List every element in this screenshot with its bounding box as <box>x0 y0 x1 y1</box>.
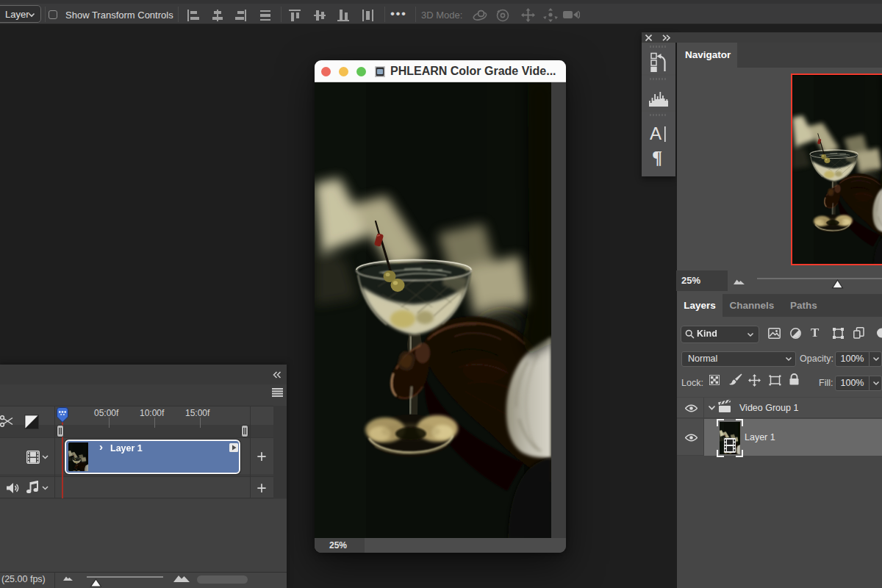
svg-text:¶: ¶ <box>653 150 662 166</box>
svg-text:A: A <box>650 125 662 143</box>
